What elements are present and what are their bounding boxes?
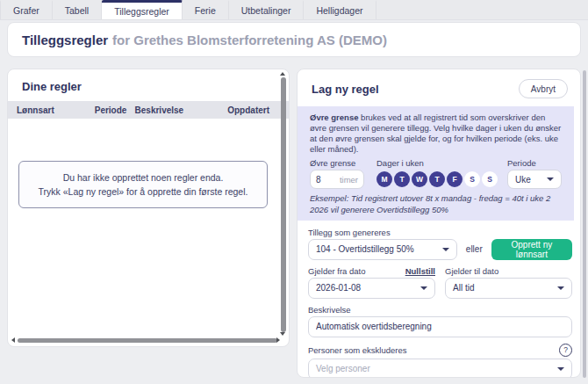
to-date-select[interactable]: All tid <box>445 278 572 299</box>
upper-limit-section: Øvre grense brukes ved at all registrert… <box>298 106 574 221</box>
horizontal-scrollbar[interactable] <box>18 338 277 343</box>
page-vertical-scrollbar[interactable] <box>583 70 586 378</box>
tab-helligdager[interactable]: Helligdager <box>304 0 376 19</box>
tab-grafer[interactable]: Grafer <box>0 0 53 19</box>
create-wage-type-button[interactable]: Opprett ny lønnsart <box>491 239 572 260</box>
upper-limit-info: Øvre grense brukes ved at all registrert… <box>310 112 562 155</box>
tab-utbetalinger[interactable]: Utbetalinger <box>229 0 305 19</box>
empty-state-line1: Du har ikke opprettet noen regler enda. <box>63 170 224 185</box>
period-value: Uke <box>515 175 531 185</box>
period-select[interactable]: Uke <box>507 170 562 189</box>
day-toggles: MTWTFSS <box>376 170 498 187</box>
upper-limit-unit: timer <box>340 175 358 185</box>
chevron-down-icon <box>547 178 554 181</box>
day-toggle-2[interactable]: W <box>412 171 427 187</box>
tab-tilleggsregler[interactable]: Tilleggsregler <box>102 0 183 19</box>
cancel-button[interactable]: Avbryt <box>519 79 568 98</box>
generated-supplement-select[interactable]: 104 - Overtidstillegg 50% <box>308 239 457 260</box>
tab-tabell[interactable]: Tabell <box>53 0 102 19</box>
to-date-label: Gjelder til dato <box>445 266 498 276</box>
chevron-down-icon <box>420 286 427 290</box>
excluded-persons-select[interactable]: Velg personer <box>308 359 572 378</box>
description-label: Beskrivelse <box>308 305 572 315</box>
generated-supplement-value: 104 - Overtidstillegg 50% <box>316 244 414 254</box>
days-label: Dager i uken <box>376 158 498 168</box>
day-toggle-0[interactable]: M <box>376 171 392 187</box>
vertical-scrollbar[interactable] <box>281 77 286 332</box>
rules-panel: Dine regler LønnsartPeriodeBeskrivelseOp… <box>7 69 290 347</box>
description-field: Beskrivelse <box>308 305 572 337</box>
period-field: Periode Uke <box>507 158 562 189</box>
upper-limit-label: Øvre grense <box>310 158 364 168</box>
to-date-value: All tid <box>453 283 474 293</box>
to-date-field: Gjelder til dato All tid <box>445 266 572 299</box>
upper-limit-input[interactable] <box>316 175 339 185</box>
generated-supplement-label: Tillegg som genereres <box>308 228 572 237</box>
day-toggle-3[interactable]: T <box>429 171 445 187</box>
rules-panel-title: Dine regler <box>22 80 275 93</box>
description-input[interactable] <box>308 316 572 337</box>
page-title-company: for Grethes Blomsterforretening AS (DEMO… <box>112 33 387 47</box>
day-toggle-4[interactable]: F <box>447 171 463 187</box>
rule-form: Tillegg som genereres 104 - Overtidstill… <box>298 221 580 378</box>
from-date-select[interactable]: 2026-01-08 <box>308 278 435 299</box>
chevron-down-icon <box>442 248 449 251</box>
new-rule-panel: Lag ny regel Avbryt Øvre grense brukes v… <box>297 69 581 378</box>
column-header-2: Beskrivelse <box>135 105 228 115</box>
from-date-label: Gjelder fra dato <box>308 266 365 276</box>
column-header-0: Lønnsart <box>17 105 95 115</box>
empty-state-line2: Trykk «Lag ny regel» for å opprette din … <box>39 185 248 199</box>
column-header-1: Periode <box>95 105 135 115</box>
upper-limit-input-box: timer <box>310 170 364 189</box>
page-title: Tilleggsregler <box>22 33 108 47</box>
upper-limit-info-bold: Øvre grense <box>310 112 358 122</box>
tab-bar: GraferTabellTilleggsreglerFerieUtbetalin… <box>0 0 588 20</box>
reset-link[interactable]: Nullstill <box>405 266 435 276</box>
scroll-down-icon[interactable] <box>280 332 285 336</box>
or-label: eller <box>466 244 483 254</box>
help-icon[interactable]: ? <box>559 344 572 357</box>
tab-ferie[interactable]: Ferie <box>183 0 229 19</box>
from-date-value: 2026-01-08 <box>316 283 361 293</box>
chevron-down-icon <box>557 367 564 371</box>
page-title-card: Tilleggsregler for Grethes Blomsterforre… <box>7 22 581 57</box>
upper-limit-field: Øvre grense timer <box>310 158 364 189</box>
days-field: Dager i uken MTWTFSS <box>376 158 498 187</box>
example-text: Eksempel: Tid registrert utover 8t x man… <box>310 193 562 215</box>
chevron-down-icon <box>557 286 564 290</box>
excluded-persons-label: Personer som ekskluderes <box>308 345 406 355</box>
rules-table-header: LønnsartPeriodeBeskrivelseOppdatert <box>8 101 289 119</box>
period-label: Periode <box>507 158 562 168</box>
excluded-persons-placeholder: Velg personer <box>316 364 370 373</box>
excluded-persons-field: Personer som ekskluderes ? Velg personer <box>308 344 572 378</box>
scroll-left-icon[interactable] <box>11 337 15 343</box>
empty-state: Du har ikke opprettet noen regler enda. … <box>18 161 268 208</box>
day-toggle-5[interactable]: S <box>464 171 480 187</box>
day-toggle-6[interactable]: S <box>482 171 498 187</box>
day-toggle-1[interactable]: T <box>394 171 410 187</box>
new-rule-title: Lag ny regel <box>312 83 379 96</box>
scroll-right-icon[interactable] <box>276 337 280 343</box>
from-date-field: Gjelder fra dato Nullstill 2026-01-08 <box>308 266 435 299</box>
column-header-3: Oppdatert <box>227 105 289 115</box>
scroll-up-icon[interactable] <box>280 72 285 76</box>
